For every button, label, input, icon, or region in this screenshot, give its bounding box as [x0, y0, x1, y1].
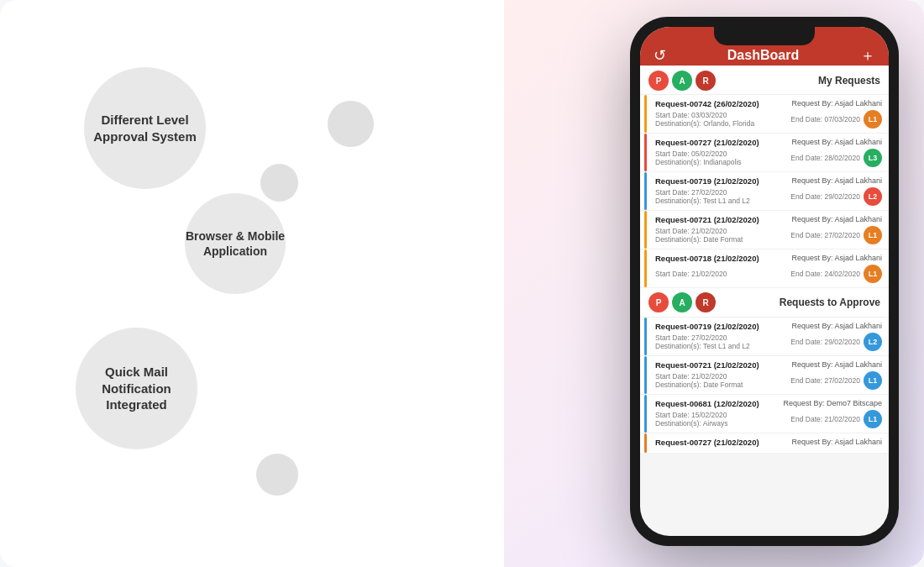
areq-by-3: Request By: Demo7 Bitscape: [781, 399, 882, 407]
approve-request-list: Request-00719 (21/02/2020) Request By: A…: [640, 318, 889, 454]
approve-content-1: Request-00719 (21/02/2020) Request By: A…: [648, 322, 882, 351]
areq-by-1: Request By: Asjad Lakhani: [781, 322, 882, 330]
approve-item-1[interactable]: Request-00719 (21/02/2020) Request By: A…: [640, 318, 889, 356]
page-wrapper: Different Level Approval System Browser …: [0, 0, 924, 567]
badge-2: L3: [864, 149, 882, 167]
req-dates-4: Start Date: 21/02/2020 Destination(s): D…: [655, 227, 743, 244]
request-item-3[interactable]: Request-00719 (21/02/2020) Request By: A…: [640, 172, 889, 211]
approve-content-3: Request-00681 (12/02/2020) Request By: D…: [648, 399, 882, 428]
req-start-5: Start Date: 21/02/2020: [655, 270, 727, 278]
areq-dest-1: Destination(s): Test L1 and L2: [655, 342, 750, 350]
req-start-4: Start Date: 21/02/2020: [655, 227, 743, 235]
refresh-icon[interactable]: ↺: [654, 46, 666, 65]
req-end-4: End Date: 27/02/2020: [790, 231, 860, 239]
bar-1: [644, 95, 647, 133]
req-id-5: Request-00718 (21/02/2020): [655, 254, 759, 263]
areq-dates-3: Start Date: 15/02/2020 Destination(s): A…: [655, 411, 727, 428]
request-item-4[interactable]: Request-00721 (21/02/2020) Request By: A…: [640, 211, 889, 249]
phone-screen: ↺ DashBoard ＋ P A R My Requests: [640, 27, 889, 536]
areq-end-2: End Date: 27/02/2020: [790, 376, 860, 385]
approve-item-4[interactable]: Request-00727 (21/02/2020) Request By: A…: [640, 433, 889, 454]
app-title: DashBoard: [727, 48, 799, 63]
request-content-3: Request-00719 (21/02/2020) Request By: A…: [648, 176, 882, 206]
request-item-5[interactable]: Request-00718 (21/02/2020) Request By: A…: [640, 249, 889, 288]
req-end-1: End Date: 07/03/2020: [790, 115, 860, 123]
approve-item-3[interactable]: Request-00681 (12/02/2020) Request By: D…: [640, 395, 889, 433]
phone-mockup: ↺ DashBoard ＋ P A R My Requests: [630, 17, 899, 546]
add-icon[interactable]: ＋: [860, 45, 875, 66]
phone-notch: [714, 27, 815, 45]
req-dest-3: Destination(s): Test L1 and L2: [655, 197, 750, 205]
areq-id-4: Request-00727 (21/02/2020): [655, 438, 759, 447]
req-start-3: Start Date: 27/02/2020: [655, 188, 750, 197]
req-dates-1: Start Date: 03/03/2020 Destination(s): O…: [655, 111, 754, 128]
bubble-deco-2: [260, 164, 298, 202]
badge-3: L2: [864, 187, 882, 206]
req-start-2: Start Date: 05/02/2020: [655, 150, 742, 158]
bubble-approval: Different Level Approval System: [84, 67, 206, 189]
areq-by-4: Request By: Asjad Lakhani: [781, 438, 882, 446]
req-dates-5: Start Date: 21/02/2020: [655, 270, 727, 278]
request-list: Request-00742 (26/02/2020) Request By: A…: [640, 95, 889, 288]
req-id-3: Request-00719 (21/02/2020): [655, 176, 759, 186]
avatar-r: R: [696, 71, 716, 91]
req-dates-2: Start Date: 05/02/2020 Destination(s): I…: [655, 150, 742, 166]
request-content-5: Request-00718 (21/02/2020) Request By: A…: [648, 254, 882, 283]
req-by-5: Request By: Asjad Lakhani: [781, 254, 882, 262]
bar-2: [644, 134, 647, 171]
areq-start-2: Start Date: 21/02/2020: [655, 372, 743, 381]
bubble-deco-3: [256, 454, 298, 496]
my-requests-header: P A R My Requests: [640, 66, 889, 95]
req-id-4: Request-00721 (21/02/2020): [655, 215, 759, 224]
request-item-1[interactable]: Request-00742 (26/02/2020) Request By: A…: [640, 95, 889, 134]
request-content-4: Request-00721 (21/02/2020) Request By: A…: [648, 215, 882, 244]
areq-start-3: Start Date: 15/02/2020: [655, 411, 727, 419]
bubble-browser: Browser & Mobile Application: [185, 193, 286, 294]
approve-item-2[interactable]: Request-00721 (21/02/2020) Request By: A…: [640, 356, 889, 395]
req-end-2: End Date: 28/02/2020: [790, 154, 860, 162]
areq-start-1: Start Date: 27/02/2020: [655, 333, 750, 342]
req-dest-1: Destination(s): Orlando, Florida: [655, 119, 754, 128]
approve-content-2: Request-00721 (21/02/2020) Request By: A…: [648, 360, 882, 390]
avatar-a2: A: [672, 292, 692, 312]
areq-dates-1: Start Date: 27/02/2020 Destination(s): T…: [655, 333, 750, 350]
abadge-2: L1: [864, 371, 882, 390]
req-end-5: End Date: 24/02/2020: [790, 270, 860, 278]
req-start-1: Start Date: 03/03/2020: [655, 111, 754, 119]
abadge-3: L1: [864, 410, 882, 428]
avatar-a: A: [672, 71, 692, 91]
areq-end-3: End Date: 21/02/2020: [790, 415, 860, 423]
bar-5: [644, 249, 647, 287]
areq-id-1: Request-00719 (21/02/2020): [655, 322, 759, 331]
avatar-p: P: [648, 71, 669, 91]
avatar-p2: P: [648, 292, 669, 312]
areq-dest-3: Destination(s): Airways: [655, 419, 727, 428]
features-area: Different Level Approval System Browser …: [0, 0, 470, 567]
req-by-4: Request By: Asjad Lakhani: [781, 215, 882, 223]
approval-label: Different Level Approval System: [84, 112, 206, 144]
req-by-1: Request By: Asjad Lakhani: [781, 99, 882, 108]
abar-2: [644, 356, 647, 394]
browser-label: Browser & Mobile Application: [185, 228, 286, 259]
avatar-r2: R: [696, 292, 716, 312]
areq-id-2: Request-00721 (21/02/2020): [655, 360, 759, 370]
req-by-3: Request By: Asjad Lakhani: [781, 176, 882, 185]
abar-1: [644, 318, 647, 355]
request-content-2: Request-00727 (21/02/2020) Request By: A…: [648, 138, 882, 167]
approve-section-header: P A R Requests to Approve: [640, 288, 889, 318]
badge-1: L1: [864, 110, 882, 129]
badge-5: L1: [864, 265, 882, 283]
req-dest-2: Destination(s): Indianapolis: [655, 158, 742, 166]
req-id-1: Request-00742 (26/02/2020): [655, 99, 759, 108]
abadge-1: L2: [864, 333, 882, 351]
abar-4: [644, 433, 647, 453]
my-requests-label: My Requests: [818, 75, 880, 87]
req-id-2: Request-00727 (21/02/2020): [655, 138, 759, 147]
approve-label: Requests to Approve: [780, 297, 880, 308]
req-end-3: End Date: 29/02/2020: [790, 192, 860, 201]
bar-3: [644, 172, 647, 210]
badge-4: L1: [864, 226, 882, 244]
bubble-deco-1: [328, 101, 374, 147]
req-dest-4: Destination(s): Date Format: [655, 235, 743, 244]
request-item-2[interactable]: Request-00727 (21/02/2020) Request By: A…: [640, 134, 889, 172]
